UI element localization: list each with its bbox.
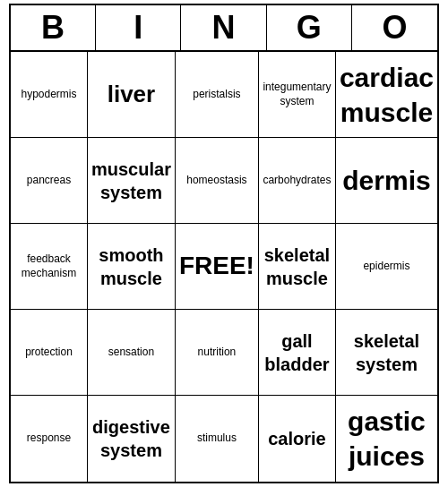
- bingo-cell-7: homeostasis: [176, 138, 259, 224]
- bingo-cell-11: smooth muscle: [88, 224, 176, 310]
- bingo-cell-10: feedback mechanism: [11, 224, 88, 310]
- bingo-cell-2: peristalsis: [176, 52, 259, 138]
- bingo-header: BINGO: [11, 5, 437, 52]
- bingo-cell-5: pancreas: [11, 138, 88, 224]
- bingo-cell-1: liver: [88, 52, 176, 138]
- bingo-cell-12: FREE!: [176, 224, 259, 310]
- bingo-cell-20: response: [11, 396, 88, 482]
- bingo-cell-9: dermis: [336, 138, 437, 224]
- bingo-grid: hypodermisliverperistalsisintegumentary …: [11, 52, 437, 482]
- bingo-cell-24: gastic juices: [336, 396, 437, 482]
- bingo-letter-n: N: [181, 5, 266, 50]
- bingo-cell-18: gall bladder: [259, 310, 336, 396]
- bingo-cell-19: skeletal system: [336, 310, 437, 396]
- bingo-cell-22: stimulus: [176, 396, 259, 482]
- bingo-cell-17: nutrition: [176, 310, 259, 396]
- bingo-cell-13: skeletal muscle: [259, 224, 336, 310]
- bingo-letter-o: O: [352, 5, 437, 50]
- bingo-cell-4: cardiac muscle: [336, 52, 437, 138]
- bingo-card: BINGO hypodermisliverperistalsisintegume…: [9, 4, 439, 483]
- bingo-cell-23: calorie: [259, 396, 336, 482]
- bingo-cell-6: muscular system: [88, 138, 176, 224]
- bingo-letter-g: G: [267, 5, 352, 50]
- bingo-cell-3: integumentary system: [259, 52, 336, 138]
- bingo-cell-21: digestive system: [88, 396, 176, 482]
- bingo-cell-16: sensation: [88, 310, 176, 396]
- bingo-letter-i: I: [96, 5, 181, 50]
- bingo-cell-8: carbohydrates: [259, 138, 336, 224]
- bingo-cell-14: epidermis: [336, 224, 437, 310]
- bingo-cell-15: protection: [11, 310, 88, 396]
- bingo-letter-b: B: [11, 5, 96, 50]
- bingo-cell-0: hypodermis: [11, 52, 88, 138]
